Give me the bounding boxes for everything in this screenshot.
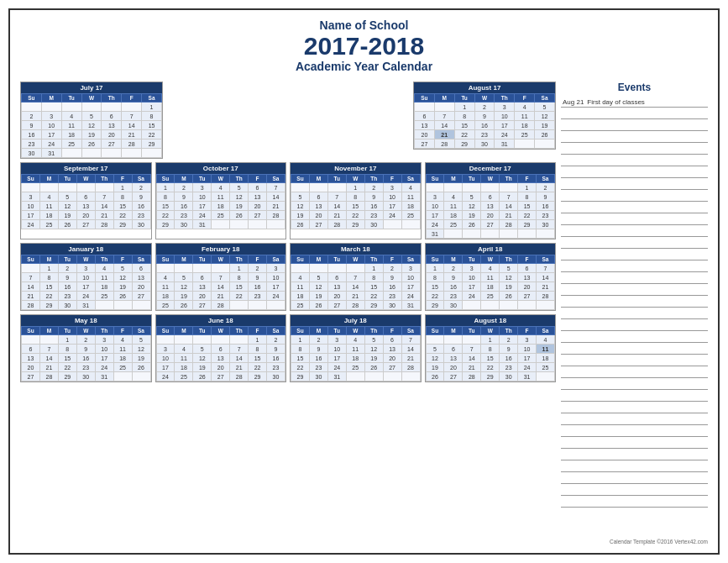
cal-day: 23 — [249, 292, 267, 301]
cal-day: 11 — [401, 192, 420, 202]
cal-day: 28 — [212, 301, 230, 310]
cal-day — [22, 264, 40, 273]
cal-day: 1 — [454, 103, 474, 112]
cal-day: 3 — [383, 183, 401, 192]
cal-day: 10 — [22, 202, 40, 211]
cal-day: 30 — [474, 139, 495, 149]
cal-day: 1 — [230, 264, 249, 273]
event-item — [561, 284, 708, 296]
event-item — [561, 119, 708, 131]
day-header: M — [39, 175, 58, 183]
event-item — [561, 331, 708, 343]
cal-day: 13 — [518, 273, 537, 282]
cal-day: 26 — [463, 220, 481, 229]
cal-day: 5 — [426, 345, 444, 354]
cal-day: 14 — [401, 345, 420, 354]
cal-day: 19 — [309, 292, 327, 301]
cal-day — [58, 183, 76, 192]
cal-day: 25 — [212, 211, 230, 220]
cal-day: 18 — [444, 211, 463, 220]
cal-day: 12 — [175, 282, 193, 292]
day-header: W — [76, 255, 95, 264]
cal-day: 20 — [415, 130, 435, 139]
cal-day: 27 — [102, 139, 122, 149]
cal-day: 23 — [309, 363, 327, 372]
day-header: Th — [364, 327, 383, 335]
cal-day: 9 — [500, 345, 518, 354]
cal-day — [61, 149, 81, 158]
cal-day: 10 — [95, 345, 113, 354]
cal-day: 10 — [327, 345, 346, 354]
day-header: F — [383, 255, 401, 264]
cal-day — [230, 301, 249, 310]
cal-day: 7 — [267, 183, 285, 192]
day-header: Th — [495, 94, 515, 103]
cal-day: 2 — [76, 335, 95, 345]
cal-day: 26 — [175, 301, 193, 310]
cal-day: 6 — [383, 335, 401, 345]
cal-day: 20 — [518, 282, 537, 292]
cal-day: 19 — [132, 354, 150, 363]
cal-day: 21 — [401, 354, 420, 363]
cal-day: 10 — [463, 273, 481, 282]
cal-day: 24 — [41, 139, 61, 149]
cal-day: 26 — [132, 363, 150, 372]
cal-day: 7 — [401, 335, 420, 345]
cal-day: 17 — [518, 354, 537, 363]
cal-day: 30 — [537, 220, 555, 229]
day-header: Su — [291, 255, 310, 264]
cal-day — [76, 183, 95, 192]
cal-day: 15 — [58, 354, 76, 363]
cal-row-3: January 18SuMTuWThFSa1234567891011121314… — [20, 243, 556, 311]
cal-day: 25 — [113, 363, 132, 372]
cal-day: 15 — [142, 121, 162, 130]
calendar-september-17: September 17SuMTuWThFSa12345678910111213… — [20, 162, 152, 239]
cal-day: 25 — [39, 220, 58, 229]
cal-day: 25 — [175, 372, 193, 381]
cal-day: 24 — [401, 292, 420, 301]
calendar-august-18: August 18SuMTuWThFSa12345678910111213141… — [425, 314, 557, 382]
cal-day — [249, 301, 267, 310]
cal-day: 31 — [401, 301, 420, 310]
cal-day: 23 — [76, 363, 95, 372]
cal-day: 26 — [535, 130, 555, 139]
cal-header: August 18 — [426, 315, 556, 326]
day-header: F — [515, 94, 535, 103]
cal-day: 14 — [122, 121, 142, 130]
cal-day: 4 — [537, 335, 555, 345]
day-header: Sa — [537, 255, 555, 264]
day-header: Th — [95, 255, 113, 264]
cal-day — [22, 103, 42, 112]
cal-day: 1 — [291, 335, 310, 345]
cal-day: 17 — [76, 282, 95, 292]
cal-day — [481, 183, 500, 192]
day-header: Th — [230, 175, 249, 183]
cal-day: 8 — [58, 345, 76, 354]
cal-day — [39, 183, 58, 192]
cal-day: 8 — [142, 112, 162, 121]
cal-day: 18 — [156, 292, 175, 301]
cal-day: 27 — [249, 211, 267, 220]
cal-day: 13 — [415, 121, 435, 130]
event-item — [561, 131, 708, 143]
event-item — [561, 260, 708, 272]
cal-day: 31 — [518, 372, 537, 381]
cal-day — [426, 183, 444, 192]
header: Name of School 2017-2018 Academic Year C… — [20, 18, 708, 78]
event-item — [561, 202, 708, 213]
calendar-august-17: August 17SuMTuWThFSa12345678910111213141… — [413, 82, 556, 150]
cal-day: 16 — [249, 282, 267, 292]
calendar-march-18: March 18SuMTuWThFSa123456789101112131415… — [290, 243, 422, 311]
cal-day: 4 — [61, 112, 81, 121]
cal-day: 7 — [230, 345, 249, 354]
cal-day: 21 — [346, 292, 364, 301]
cal-day — [444, 335, 463, 345]
day-header: Tu — [58, 255, 76, 264]
cal-day: 30 — [175, 220, 193, 229]
cal-day: 9 — [58, 273, 76, 282]
event-item — [561, 484, 708, 496]
cal-day: 4 — [39, 192, 58, 202]
cal-day: 14 — [22, 282, 40, 292]
cal-day: 16 — [132, 202, 150, 211]
day-header: Sa — [537, 175, 555, 183]
